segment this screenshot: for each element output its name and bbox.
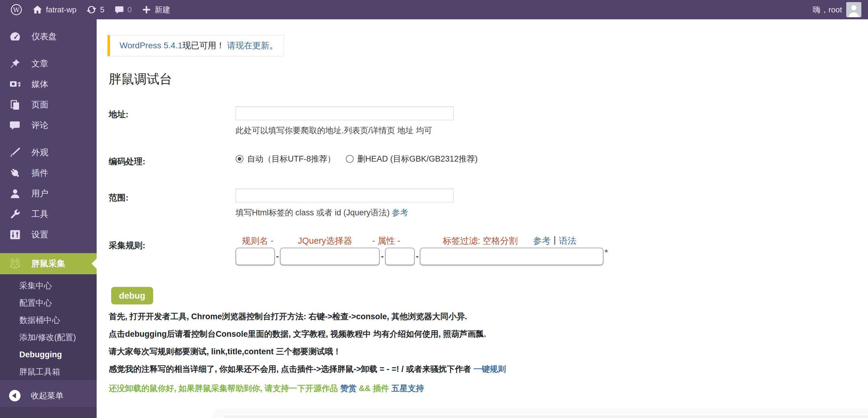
sidebar-item-tools[interactable]: 工具 [0,204,97,225]
collapse-arrow-icon [9,390,21,401]
collapse-menu-button[interactable]: 收起菜单 [0,387,97,405]
plus-icon [141,4,152,15]
sidebar-item-fatrat-collect[interactable]: 胖鼠采集 [0,253,97,274]
sidebar-label: 用户 [31,188,48,199]
avatar[interactable] [846,2,861,17]
sidebar-label: 评论 [31,120,48,131]
rules-syntax-link[interactable]: 语法 [559,235,577,247]
main-content: WordPress 5.4.1现已可用！ 请现在更新。 胖鼠调试台 地址: 此处… [97,19,868,418]
instruction-line-4: 感觉我的注释写的相当详细了, 你如果还不会用, 点击插件->选择胖鼠->卸载 =… [109,364,506,375]
instruction-line-4-text: 感觉我的注释写的相当详细了, 你如果还不会用, 点击插件->选择胖鼠->卸载 =… [109,364,473,374]
encoding-options: 自动（目标UTF-8推荐） 删HEAD (目标GBK/GB2312推荐) [236,153,478,164]
sidebar-label: 仪表盘 [31,31,57,42]
sidebar-item-plugins[interactable]: 插件 [0,163,97,183]
dashboard-icon [9,30,21,42]
encoding-option-delhead[interactable]: 删HEAD (目标GBK/GB2312推荐) [346,153,478,164]
rules-reference-link[interactable]: 参考 [533,235,551,247]
update-nag-notice: WordPress 5.4.1现已可用！ 请现在更新。 [107,35,284,56]
scope-helper: 填写Html标签的 class 或者 id (Jquery语法) 参考 [236,207,408,218]
home-icon [32,4,43,15]
donate-link[interactable]: 赞赏 [340,384,357,393]
sidebar-item-settings[interactable]: 设置 [0,225,97,245]
submenu-item-toolbox[interactable]: 胖鼠工具箱 [0,363,97,381]
sidebar-item-appearance[interactable]: 外观 [0,142,97,163]
radio-unselected-icon[interactable] [346,155,354,163]
wordpress-logo-menu[interactable]: W [5,0,27,19]
comments-count: 0 [127,5,132,14]
encoding-label: 编码处理: [109,156,145,167]
wordpress-version-link[interactable]: WordPress 5.4.1 [120,41,182,51]
one-key-rules-link[interactable]: 一键规则 [473,364,506,374]
submenu-item-data-bucket[interactable]: 数据桶中心 [0,312,97,329]
user-greeting[interactable]: 嗨，root [813,4,842,15]
comments-link[interactable]: 0 [109,0,136,19]
instruction-line-2: 点击debugging后请看控制台Console里面的数据, 文字教程, 视频教… [109,329,486,339]
submenu-item-config-center[interactable]: 配置中心 [0,295,97,312]
new-content-menu[interactable]: 新建 [136,0,175,19]
rule-separator: - [416,251,418,261]
page-title: 胖鼠调试台 [109,71,172,88]
scope-input[interactable] [236,188,454,202]
debug-button[interactable]: debug [111,287,153,304]
updates-icon [86,4,97,15]
rules-links: 参考 | 语法 [533,235,577,247]
sidebar-bottom-strip [0,407,97,418]
support-line: 还没卸载的鼠你好, 如果胖鼠采集帮助到你, 请支持一下开源作品 赞赏 && 插件… [109,383,424,394]
submenu-item-debugging[interactable]: Debugging [0,346,97,363]
required-asterisk: * [604,248,608,257]
sidebar-label: 外观 [31,147,48,158]
sidebar-item-users[interactable]: 用户 [0,183,97,204]
svg-text:W: W [13,6,20,13]
rule-separator: - [381,251,383,261]
pushpin-icon [9,58,21,70]
update-now-link[interactable]: 请现在更新 [227,40,270,51]
rule-tag-filter-input[interactable] [420,248,603,265]
notice-text: 现已可用！ [182,40,225,51]
submenu-item-collect-center[interactable]: 采集中心 [0,277,97,295]
instruction-line-1: 首先, 打开开发者工具, Chrome浏览器控制台打开方法: 右键->检查->c… [109,311,467,322]
instruction-line-3: 请大家每次写规则都要测试, link,title,content 三个都要测试哦… [109,346,341,357]
sidebar-item-dashboard[interactable]: 仪表盘 [0,26,97,47]
rule-separator: - [276,251,279,261]
plug-icon [9,167,21,179]
encoding-option-auto[interactable]: 自动（目标UTF-8推荐） [236,153,336,164]
comments-icon [9,119,21,131]
submenu-item-add-modify[interactable]: 添加/修改(配置) [0,329,97,346]
sidebar-item-pages[interactable]: 页面 [0,94,97,115]
rules-header: 规则名 - JQuery选择器 - 属性 - 标签过滤: 空格分割 参考 | 语… [236,235,719,246]
rule-attr-input[interactable] [385,248,415,265]
sidebar-label: 工具 [31,208,48,220]
rule-selector-input[interactable] [280,248,380,265]
user-icon [9,187,21,200]
radio-label: 自动（目标UTF-8推荐） [247,153,336,164]
five-star-link[interactable]: 五星支持 [392,384,424,393]
address-input[interactable] [236,106,454,120]
updates-link[interactable]: 5 [81,0,109,19]
address-helper: 此处可以填写你要爬取的地址.列表页/详情页 地址 均可 [236,125,432,136]
radio-selected-icon[interactable] [236,155,243,163]
new-label: 新建 [155,4,170,15]
camera-icon [9,78,21,90]
site-name-link[interactable]: fatrat-wp [27,0,81,19]
wrench-icon [9,208,21,220]
admin-top-bar: W fatrat-wp 5 0 [0,0,868,19]
rule-header-attr: - 属性 - [372,235,400,247]
collect-rules: 规则名 - JQuery选择器 - 属性 - 标签过滤: 空格分割 参考 | 语… [236,235,719,265]
rule-header-name: 规则名 - [242,235,274,247]
updates-count: 5 [100,5,104,14]
rule-name-input[interactable] [236,248,275,265]
sidebar-item-comments[interactable]: 评论 [0,115,97,136]
admin-bar-right: 嗨，root [813,0,868,19]
sidebar-label: 页面 [31,99,48,111]
scope-helper-text: 填写Html标签的 class 或者 id (Jquery语法) [236,208,392,217]
address-label: 地址: [109,109,128,120]
rules-label: 采集规则: [109,240,145,251]
support-text-1: 还没卸载的鼠你好, 如果胖鼠采集帮助到你, 请支持一下开源作品 [109,384,340,393]
sidebar-item-posts[interactable]: 文章 [0,54,97,74]
scope-reference-link[interactable]: 参考 [392,208,408,217]
settings-icon [9,229,21,241]
sidebar-item-media[interactable]: 媒体 [0,74,97,94]
support-text-2: && 插件 [357,384,392,393]
scope-label: 范围: [109,192,128,204]
brush-icon [9,147,21,158]
